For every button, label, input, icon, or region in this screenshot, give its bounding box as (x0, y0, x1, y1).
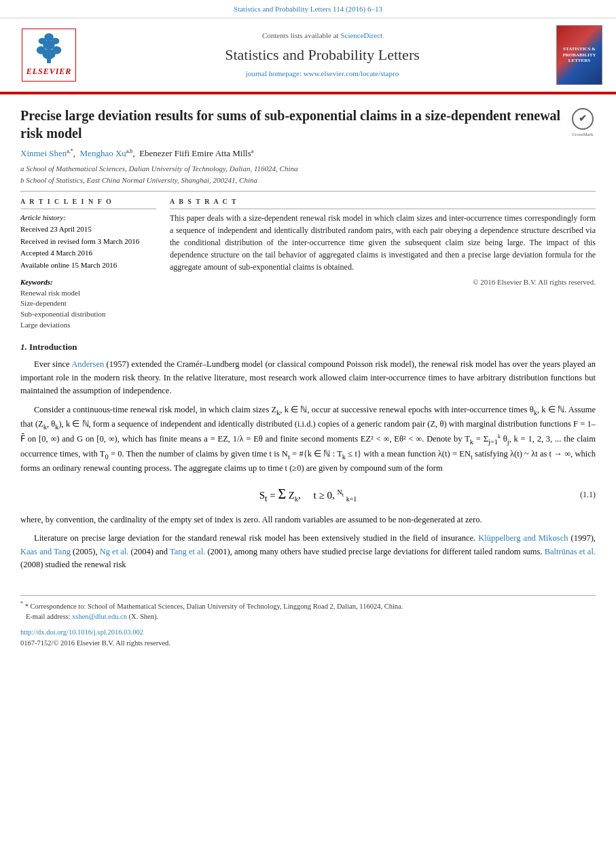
intro-para4: Literature on precise large deviation fo… (20, 532, 596, 571)
footnote-star: * * Correspondence to: School of Mathema… (20, 600, 596, 612)
copyright-line: © 2016 Elsevier B.V. All rights reserved… (170, 277, 596, 288)
crossmark-badge[interactable]: ✔ CrossMark (570, 108, 596, 138)
article-main: Precise large deviation results for sums… (0, 94, 616, 584)
article-info-abstract: A R T I C L E I N F O Article history: R… (20, 191, 596, 331)
keywords-block: Keywords: Renewal risk model Size-depend… (20, 277, 156, 332)
journal-homepage: journal homepage: www.elsevier.com/locat… (246, 69, 399, 79)
baltrūnas-link[interactable]: Baltrūnas et al. (545, 547, 596, 556)
accepted-date: Accepted 4 March 2016 (20, 247, 156, 260)
author-menghao[interactable]: Menghao Xu (80, 148, 126, 158)
cover-box: STATISTICS &PROBABILITYLETTERS (556, 25, 602, 85)
intro-title-text: Introduction (29, 342, 77, 352)
article-info-heading: A R T I C L E I N F O (20, 197, 156, 209)
journal-reference-bar: Statistics and Probability Letters 114 (… (0, 0, 616, 18)
footnote-doi-link[interactable]: http://dx.doi.org/10.1016/j.spl.2016.03.… (20, 628, 143, 636)
abstract-heading: A B S T R A C T (170, 197, 596, 209)
ng-etal-link[interactable]: Ng et al. (100, 547, 129, 556)
kluppelberg-link[interactable]: Klüppelberg and Mikosch (478, 533, 568, 543)
contents-available-line: Contents lists available at ScienceDirec… (262, 31, 382, 41)
andersen-link[interactable]: Andersen (71, 359, 104, 369)
keyword-3: Sub-exponential distribution (20, 309, 156, 320)
journal-header: ELSEVIER Contents lists available at Sci… (0, 18, 616, 93)
received-date: Received 23 April 2015 (20, 223, 156, 236)
affiliations: a School of Mathematical Sciences, Dalia… (20, 163, 596, 185)
author-ebenezer: Ebenezer Fiifi Emire Atta Mills (139, 148, 251, 158)
affiliation-a: a School of Mathematical Sciences, Dalia… (20, 163, 596, 175)
authors-line: Xinmei Shena,*, Menghao Xua,b, Ebenezer … (20, 147, 596, 160)
author-xinmei[interactable]: Xinmei Shen (20, 148, 67, 158)
elsevier-tree-icon (29, 32, 69, 65)
journal-ref-text: Statistics and Probability Letters 114 (… (234, 5, 382, 13)
page: Statistics and Probability Letters 114 (… (0, 0, 616, 841)
footnote-issn: 0167-7152/© 2016 Elsevier B.V. All right… (20, 638, 596, 649)
footnote-doi-line: http://dx.doi.org/10.1016/j.spl.2016.03.… (20, 627, 596, 638)
intro-para2: Consider a continuous-time renewal risk … (20, 404, 596, 476)
keyword-1: Renewal risk model (20, 288, 156, 299)
journal-title: Statistics and Probability Letters (225, 44, 420, 66)
tang-etal-link[interactable]: Tang et al. (170, 547, 205, 556)
keywords-list: Renewal risk model Size-dependent Sub-ex… (20, 288, 156, 332)
crossmark-label: CrossMark (572, 131, 593, 138)
footnote-email-note: (X. Shen). (129, 613, 158, 620)
footnote-email-line: E-mail address: xshen@dlut.edu.cn (X. Sh… (20, 611, 596, 622)
with-text: with (363, 449, 378, 459)
sciencedirect-link[interactable]: ScienceDirect (340, 31, 382, 39)
available-online: Available online 15 March 2016 (20, 260, 156, 272)
keyword-4: Large deviations (20, 320, 156, 331)
elsevier-brand-text: ELSEVIER (26, 66, 72, 77)
footnote-email-label: E-mail address: (26, 613, 71, 620)
abstract-col: A B S T R A C T This paper deals with a … (170, 197, 596, 331)
crossmark-icon: ✔ (572, 108, 594, 130)
kaas-tang-link[interactable]: Kaas and Tang (20, 547, 71, 556)
history-label: Article history: (20, 212, 156, 224)
journal-homepage-url[interactable]: www.elsevier.com/locate/stapro (304, 69, 399, 77)
keyword-2: Size-dependent (20, 298, 156, 309)
received-revised: Received in revised form 3 March 2016 (20, 236, 156, 248)
cover-title-text: STATISTICS &PROBABILITYLETTERS (562, 46, 596, 63)
keywords-label: Keywords: (20, 277, 156, 288)
formula-display: St = Σ Zk, t ≥ 0, Nt k=1 (259, 484, 357, 505)
svg-point-7 (44, 33, 53, 41)
intro-section-title: 1. Introduction (20, 340, 596, 354)
footnote-email-link[interactable]: xshen@dlut.edu.cn (72, 613, 127, 620)
footnote-section: * * Correspondence to: School of Mathema… (20, 595, 596, 649)
intro-para3: where, by convention, the cardinality of… (20, 514, 596, 526)
article-history: Article history: Received 23 April 2015 … (20, 212, 156, 272)
elsevier-logo: ELSEVIER (8, 25, 90, 85)
article-info-col: A R T I C L E I N F O Article history: R… (20, 197, 156, 331)
article-body: 1. Introduction Ever since Andersen (195… (20, 340, 596, 571)
journal-name-center: Contents lists available at ScienceDirec… (96, 25, 548, 85)
formula-1-1: St = Σ Zk, t ≥ 0, Nt k=1 (1.1) (20, 484, 596, 505)
intro-section-num: 1. (20, 342, 29, 352)
journal-cover-image: STATISTICS &PROBABILITYLETTERS (555, 25, 604, 85)
affiliation-b: b School of Statistics, East China Norma… (20, 175, 596, 186)
formula-number: (1.1) (580, 488, 596, 501)
abstract-text: This paper deals with a size-dependent r… (170, 212, 596, 273)
intro-para1: Ever since Andersen (1957) extended the … (20, 358, 596, 397)
article-title: Precise large deviation results for sums… (20, 107, 563, 142)
article-title-section: Precise large deviation results for sums… (20, 107, 596, 142)
